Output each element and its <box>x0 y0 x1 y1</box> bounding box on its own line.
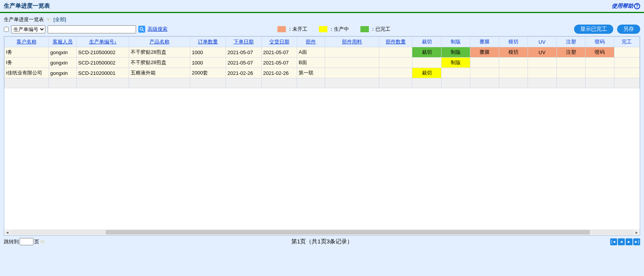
process-cell <box>412 58 441 68</box>
title-bar: 生产单进度一览表 使用帮助 ? <box>0 0 644 13</box>
show-completed-button[interactable]: 显示已完工 <box>574 25 613 34</box>
column-header[interactable]: 客户名称 <box>5 37 49 47</box>
help-link[interactable]: 使用帮助 ? <box>612 3 640 10</box>
search-icon[interactable] <box>138 26 145 33</box>
process-cell <box>585 58 614 68</box>
pager-prev[interactable]: ◄ <box>618 238 625 245</box>
table-row[interactable]: l务gongxinSCD-210500002不干胶贴28煎盘10002021-0… <box>5 47 640 58</box>
column-header[interactable]: UV <box>528 37 556 47</box>
table-cell: SCD-210200001 <box>76 68 129 78</box>
process-cell <box>499 68 528 78</box>
svg-line-1 <box>143 30 144 31</box>
table-cell: SCD-210500002 <box>76 58 129 68</box>
jump-page-input[interactable] <box>20 238 33 245</box>
process-cell: UV <box>528 47 556 58</box>
jump-to-page: 跳转到 页 ☜ <box>4 238 45 245</box>
table-cell: l务 <box>5 47 49 58</box>
table-cell: B面 <box>297 58 325 68</box>
column-header[interactable]: 注塑 <box>556 37 585 47</box>
process-cell <box>528 68 556 78</box>
column-header[interactable]: 模切 <box>499 37 528 47</box>
table-row[interactable]: i佳纸业有限公司gongxinSCD-210200001五粮液外箱2000套20… <box>5 68 640 78</box>
process-cell <box>470 58 499 68</box>
column-header[interactable]: 部件 <box>297 37 325 47</box>
breadcrumb: 生产单进度一览表 <box>4 16 44 23</box>
table-cell: SCD-210500002 <box>76 47 129 58</box>
table-cell: A面 <box>297 47 325 58</box>
table-cell: gongxin <box>48 68 76 78</box>
legend-not-started: ：未开工 <box>277 26 307 33</box>
help-icon: ? <box>634 3 640 9</box>
help-label: 使用帮助 <box>612 3 633 10</box>
table-cell: gongxin <box>48 58 76 68</box>
table-cell: 2021-05-07 <box>261 47 297 58</box>
search-row: 生产单编号 高级搜索 ：未开工 ：生产中 ：已完工 显示已完工 另存 <box>0 25 644 36</box>
process-cell <box>614 68 639 78</box>
jump-suffix: 页 <box>34 238 39 245</box>
table-cell: 1000 <box>190 58 226 68</box>
column-header[interactable]: 客服人员 <box>48 37 76 47</box>
table-cell: 2021-05-07 <box>226 47 261 58</box>
column-header[interactable]: 部件数量 <box>379 37 412 47</box>
save-button[interactable]: 另存 <box>617 25 640 34</box>
process-cell: 覆膜 <box>470 47 499 58</box>
process-cell <box>556 68 585 78</box>
pager-next[interactable]: ► <box>626 238 632 245</box>
pager-last[interactable]: ►| <box>633 238 640 245</box>
table-cell <box>325 47 379 58</box>
action-buttons: 显示已完工 另存 <box>574 25 640 34</box>
table-cell: 2021-02-26 <box>261 68 297 78</box>
column-header[interactable]: 喷码 <box>585 37 614 47</box>
scroll-left-arrow[interactable]: ◄ <box>4 230 10 235</box>
column-header[interactable]: 覆膜 <box>470 37 499 47</box>
horizontal-scrollbar[interactable]: ◄ ► <box>4 229 640 235</box>
search-field-select[interactable]: 生产单编号 <box>11 25 45 33</box>
advanced-search-link[interactable]: 高级搜索 <box>148 26 168 33</box>
column-header[interactable]: 部件用料 <box>325 37 379 47</box>
column-header[interactable]: 裁切 <box>412 37 441 47</box>
process-cell <box>528 58 556 68</box>
table-cell: 2021-05-07 <box>226 58 261 68</box>
jump-prefix: 跳转到 <box>4 238 19 245</box>
table-cell: 1000 <box>190 47 226 58</box>
table-cell: l务 <box>5 58 49 68</box>
process-cell: 裁切 <box>412 68 441 78</box>
page-title: 生产单进度一览表 <box>4 2 50 10</box>
swatch-not-started <box>277 26 286 32</box>
table-cell: 不干胶贴28煎盘 <box>129 58 190 68</box>
column-header[interactable]: 下单日期 <box>226 37 261 47</box>
footer-bar: 跳转到 页 ☜ 第1页（共1页3条记录） |◄ ◄ ► ►| <box>0 236 644 248</box>
pager-controls: |◄ ◄ ► ►| <box>610 238 640 245</box>
table-cell: 2021-02-26 <box>226 68 261 78</box>
search-checkbox[interactable] <box>4 27 9 32</box>
scroll-right-arrow[interactable]: ► <box>634 230 640 235</box>
column-header[interactable]: 交货日期 <box>261 37 297 47</box>
process-cell <box>499 58 528 68</box>
column-header[interactable]: 完工 <box>614 37 639 47</box>
progress-table: 客户名称客服人员生产单编号↓产品名称订单数量下单日期交货日期部件部件用料部件数量… <box>4 36 640 88</box>
scroll-track[interactable] <box>10 230 634 235</box>
legend-done: ：已完工 <box>360 26 390 33</box>
legend-in-progress: ：生产中 <box>319 26 349 33</box>
column-header[interactable]: 产品名称 <box>129 37 190 47</box>
column-header[interactable]: 制版 <box>441 37 470 47</box>
hand-icon[interactable]: ☜ <box>40 239 45 245</box>
table-cell <box>379 68 412 78</box>
empty-row <box>5 78 640 88</box>
column-header[interactable]: 订单数量 <box>190 37 226 47</box>
search-input[interactable] <box>48 25 136 33</box>
table-cell: 五粮液外箱 <box>129 68 190 78</box>
pager-first[interactable]: |◄ <box>610 238 617 245</box>
process-cell <box>441 68 470 78</box>
svg-point-0 <box>140 28 143 30</box>
process-cell: 制版 <box>441 47 470 58</box>
table-row[interactable]: l务gongxinSCD-210500002不干胶贴28煎盘10002021-0… <box>5 58 640 68</box>
process-cell <box>470 68 499 78</box>
filter-scope[interactable]: [全部] <box>53 16 66 23</box>
process-cell: 裁切 <box>412 47 441 58</box>
process-cell: 喷码 <box>585 47 614 58</box>
process-cell <box>614 58 639 68</box>
scroll-thumb[interactable] <box>106 230 590 235</box>
column-header[interactable]: 生产单编号↓ <box>76 37 129 47</box>
table-cell: gongxin <box>48 47 76 58</box>
